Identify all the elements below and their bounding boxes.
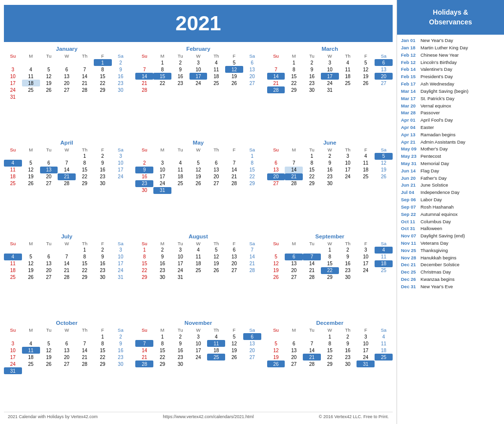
calendar-day: 13 [40, 260, 58, 267]
calendar-day: 4 [22, 66, 40, 73]
calendar-day: 22 [321, 354, 339, 360]
calendar-table: SuMTuWThFSa12345678910111213141516171819… [4, 240, 129, 281]
calendar-day: 30 [171, 360, 189, 367]
calendar-day: 10 [189, 66, 208, 73]
calendar-day: 15 [321, 260, 339, 267]
calendar-day: 15 [303, 167, 321, 173]
calendar-day: 5 [225, 59, 243, 66]
calendar-day: 3 [4, 66, 22, 73]
calendar-day: 30 [321, 180, 339, 187]
calendar-day: 1 [321, 333, 339, 340]
holiday-date: Apr 13 [401, 132, 419, 138]
calendar-day: 22 [76, 173, 94, 180]
calendar-day: 25 [4, 180, 22, 187]
calendar-day: 27 [40, 180, 58, 187]
calendar-day [267, 247, 285, 254]
calendar-day: 19 [225, 73, 243, 80]
calendar-day [375, 360, 393, 367]
calendar-day: 8 [243, 160, 261, 167]
calendar-day [22, 93, 40, 100]
calendar-day: 12 [225, 66, 243, 73]
calendar-day: 4 [357, 153, 375, 160]
day-header-sa: Sa [112, 53, 130, 59]
calendar-day: 30 [339, 360, 357, 367]
holiday-name: Lincoln's Birthday [420, 60, 457, 66]
calendar-day: 26 [189, 180, 208, 187]
calendar-table: SuMTuWThFSa12345678910111213141516171819… [267, 327, 393, 367]
holiday-row: Nov 25Thanksgiving [401, 248, 500, 254]
calendar-day: 30 [339, 274, 357, 281]
holiday-name: New Year's Day [420, 38, 453, 44]
calendar-day: 18 [207, 73, 225, 80]
calendar-day: 13 [58, 347, 76, 354]
calendar-day: 15 [321, 347, 339, 354]
day-header-f: F [94, 53, 112, 59]
calendar-day: 5 [40, 340, 58, 347]
calendar-day: 25 [375, 354, 393, 360]
calendar-day: 9 [171, 340, 189, 347]
calendar-day [225, 153, 243, 160]
month-block-february: FebruarySuMTuWThFSa123456789101112131415… [135, 46, 261, 136]
calendar-day: 24 [153, 180, 171, 187]
calendar-day [189, 153, 208, 160]
holiday-date: Apr 04 [401, 125, 419, 131]
day-header-su: Su [4, 327, 22, 333]
calendar-day: 2 [303, 59, 321, 66]
holiday-row: Jan 01New Year's Day [401, 38, 500, 44]
calendar-day: 3 [153, 160, 171, 167]
calendar-day: 13 [375, 66, 393, 73]
calendar-day: 16 [171, 73, 189, 80]
calendar-day: 3 [171, 247, 189, 254]
calendar-day: 25 [189, 267, 208, 274]
calendar-day: 24 [339, 173, 357, 180]
holiday-date: Jun 14 [401, 168, 419, 174]
calendar-day [76, 333, 94, 340]
holiday-row: Feb 12Chinese New Year [401, 52, 500, 59]
calendar-day: 3 [112, 247, 130, 254]
calendar-day: 8 [285, 66, 303, 73]
calendar-day: 11 [22, 73, 40, 80]
holiday-name: Daylight Saving (end) [420, 233, 465, 239]
right-panel: Holidays &Observances Jan 01New Year's D… [397, 0, 504, 424]
calendar-day [285, 153, 303, 160]
calendar-day: 30 [94, 274, 112, 281]
calendar-day: 30 [135, 187, 153, 194]
calendar-day [76, 93, 94, 100]
holiday-name: Vernal equinox [420, 103, 451, 109]
calendar-day: 4 [207, 59, 225, 66]
calendar-day: 29 [321, 360, 339, 367]
holiday-name: Rosh Hashanah [420, 204, 454, 211]
calendar-day: 10 [112, 254, 130, 260]
calendar-day: 23 [135, 180, 153, 187]
holiday-row: Feb 15President's Day [401, 74, 500, 80]
calendars-grid: JanuarySuMTuWThFSa1234567891011121314151… [4, 46, 393, 410]
calendar-day: 12 [189, 167, 208, 173]
calendar-day: 6 [58, 340, 76, 347]
holiday-name: Independence Day [420, 190, 460, 196]
day-header-tu: Tu [171, 147, 189, 153]
day-header-th: Th [207, 53, 225, 59]
calendar-day: 12 [225, 340, 243, 347]
calendar-day: 5 [267, 254, 285, 260]
calendar-day: 9 [171, 66, 189, 73]
day-header-f: F [225, 147, 243, 153]
day-header-tu: Tu [303, 327, 321, 333]
day-header-m: M [153, 327, 171, 333]
day-header-w: W [321, 327, 339, 333]
day-header-m: M [22, 53, 40, 59]
day-header-w: W [189, 327, 208, 333]
calendar-day: 4 [375, 333, 393, 340]
calendar-day: 11 [22, 347, 40, 354]
calendar-day: 21 [267, 80, 285, 86]
day-header-sa: Sa [243, 327, 261, 333]
calendar-day: 7 [58, 160, 76, 167]
calendar-day [225, 86, 243, 93]
calendar-day: 4 [339, 59, 357, 66]
calendar-day: 7 [58, 254, 76, 260]
month-title: October [4, 320, 129, 326]
calendar-day: 15 [153, 347, 171, 354]
calendar-day: 25 [22, 86, 40, 93]
calendar-day: 9 [135, 167, 153, 173]
calendar-day [4, 59, 22, 66]
holiday-date: Feb 12 [401, 60, 419, 66]
